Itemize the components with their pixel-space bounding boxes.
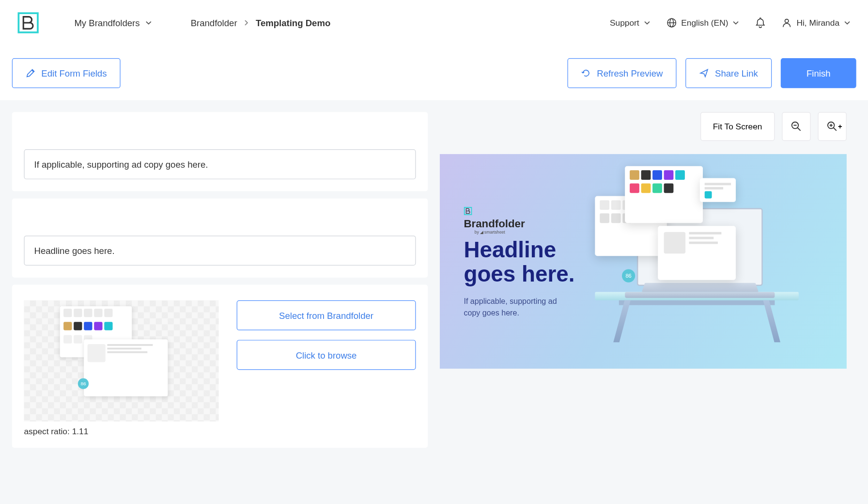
- pencil-icon: [26, 68, 35, 78]
- preview-panel: Fit To Screen +: [440, 112, 856, 504]
- preview-headline: Headline goes here.: [464, 238, 574, 287]
- svg-line-9: [834, 127, 837, 130]
- chevron-down-icon: [644, 20, 650, 26]
- language-dropdown[interactable]: English (EN): [667, 18, 739, 28]
- brandfolder-logo[interactable]: [12, 7, 45, 39]
- breadcrumb-current: Templating Demo: [256, 17, 330, 28]
- aspect-ratio-label: aspect ratio: 1.11: [24, 426, 218, 436]
- action-bar: Edit Form Fields Refresh Preview Share L…: [0, 46, 868, 100]
- preview-brand-logo: Brandfolder by ◢ smartsheet: [464, 207, 525, 226]
- user-dropdown[interactable]: Hi, Miranda: [782, 18, 851, 28]
- image-preview-thumbnail: 86: [24, 300, 218, 422]
- preview-illustration: 86: [565, 166, 828, 358]
- preview-subcopy: If applicable, supporting ad copy goes h…: [464, 297, 565, 318]
- refresh-preview-button[interactable]: Refresh Preview: [568, 58, 677, 88]
- notification-bell-icon[interactable]: [756, 17, 765, 28]
- select-from-brandfolder-label: Select from Brandfolder: [279, 310, 373, 320]
- preview-brand-name: Brandfolder: [464, 218, 525, 230]
- fit-to-screen-button[interactable]: Fit To Screen: [700, 112, 775, 141]
- select-from-brandfolder-button[interactable]: Select from Brandfolder: [237, 300, 416, 331]
- zoom-in-button[interactable]: +: [818, 112, 847, 141]
- supporting-copy-input[interactable]: [24, 149, 416, 179]
- my-brandfolders-label: My Brandfolders: [74, 17, 140, 28]
- chevron-down-icon: [733, 20, 739, 26]
- user-icon: [782, 18, 792, 28]
- edit-form-fields-button[interactable]: Edit Form Fields: [12, 58, 121, 88]
- language-label: English (EN): [681, 18, 728, 28]
- share-icon: [699, 68, 709, 78]
- finish-label: Finish: [806, 68, 830, 78]
- fit-to-screen-label: Fit To Screen: [713, 122, 762, 131]
- support-dropdown[interactable]: Support: [610, 18, 650, 28]
- svg-point-4: [785, 19, 789, 23]
- edit-form-fields-label: Edit Form Fields: [41, 68, 107, 78]
- refresh-icon: [581, 68, 591, 78]
- zoom-out-button[interactable]: [782, 112, 810, 141]
- finish-button[interactable]: Finish: [781, 58, 856, 88]
- preview-controls: Fit To Screen +: [700, 112, 847, 141]
- preview-brand-sub: by ◢ smartsheet: [475, 230, 525, 235]
- workspace: 86 aspect ratio: 1.11 Select from Brandf…: [0, 100, 868, 504]
- mini-badge: 86: [78, 378, 89, 389]
- refresh-preview-label: Refresh Preview: [597, 68, 663, 78]
- breadcrumb-parent[interactable]: Brandfolder: [191, 17, 237, 28]
- form-panel: 86 aspect ratio: 1.11 Select from Brandf…: [12, 112, 428, 504]
- image-card: 86 aspect ratio: 1.11 Select from Brandf…: [12, 285, 428, 448]
- click-to-browse-button[interactable]: Click to browse: [237, 340, 416, 370]
- support-label: Support: [610, 18, 639, 28]
- svg-line-6: [797, 127, 800, 130]
- supporting-copy-card: [12, 112, 428, 191]
- chevron-down-icon: [146, 20, 152, 26]
- my-brandfolders-dropdown[interactable]: My Brandfolders: [74, 17, 152, 28]
- zoom-in-icon: [827, 121, 837, 132]
- chevron-right-icon: [244, 20, 248, 26]
- top-header: My Brandfolders Brandfolder Templating D…: [0, 0, 868, 46]
- chevron-down-icon: [844, 20, 850, 26]
- breadcrumb: Brandfolder Templating Demo: [191, 17, 331, 28]
- share-link-button[interactable]: Share Link: [685, 58, 772, 88]
- share-link-label: Share Link: [715, 68, 758, 78]
- preview-badge: 86: [622, 269, 635, 282]
- preview-headline-line2: goes here.: [464, 262, 574, 286]
- click-to-browse-label: Click to browse: [296, 350, 357, 360]
- preview-headline-line1: Headline: [464, 237, 556, 262]
- headline-input[interactable]: [24, 236, 416, 266]
- user-greeting-label: Hi, Miranda: [796, 18, 839, 28]
- headline-card: [12, 198, 428, 277]
- globe-icon: [667, 18, 677, 28]
- preview-canvas: Brandfolder by ◢ smartsheet Headline goe…: [440, 154, 847, 369]
- zoom-out-icon: [791, 121, 802, 132]
